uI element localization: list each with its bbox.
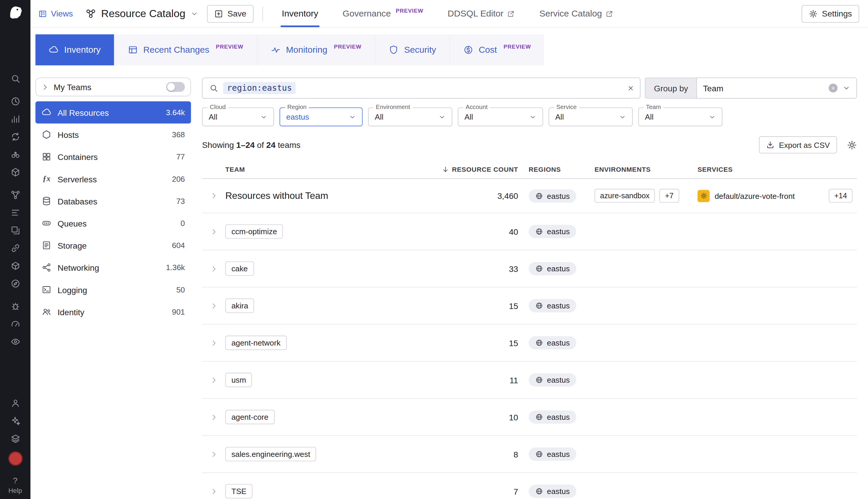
filter-cloud[interactable]: Cloud All — [202, 108, 274, 126]
chevron-down-icon[interactable] — [529, 113, 536, 120]
network-icon[interactable] — [9, 188, 22, 202]
packages-icon[interactable] — [9, 259, 22, 272]
sidebar-item-serverless[interactable]: ƒx Serverless 206 — [35, 168, 191, 190]
sidebar-item-containers[interactable]: Containers 77 — [35, 146, 191, 168]
column-header-services[interactable]: SERVICES — [697, 165, 857, 173]
sidebar-item-hosts[interactable]: Hosts 368 — [35, 123, 191, 146]
export-csv-button[interactable]: Export as CSV — [759, 136, 837, 154]
tab-governance[interactable]: Governance PREVIEW — [330, 0, 435, 27]
region-pill[interactable]: eastus — [529, 336, 576, 349]
tab-ddsql-editor[interactable]: DDSQL Editor — [435, 0, 527, 27]
chevron-down-icon[interactable] — [349, 113, 356, 120]
expand-chevron-icon[interactable] — [210, 376, 217, 384]
my-teams-switch[interactable] — [166, 82, 185, 92]
service-name[interactable]: default/azure-vote-front — [715, 192, 795, 200]
filter-region[interactable]: Region eastus — [280, 108, 362, 126]
history-icon[interactable] — [9, 95, 22, 108]
region-pill[interactable]: eastus — [529, 410, 576, 424]
user-avatar[interactable] — [8, 451, 22, 466]
help-label[interactable]: Help — [8, 487, 22, 495]
observability-icon[interactable] — [9, 335, 22, 348]
sidebar-item-logging[interactable]: Logging 50 — [35, 279, 191, 301]
sidebar-item-queues[interactable]: Queues 0 — [35, 212, 191, 234]
subtab-inventory[interactable]: Inventory — [35, 35, 114, 65]
service-management-icon[interactable] — [9, 277, 22, 290]
column-header-regions[interactable]: REGIONS — [519, 165, 595, 173]
team-name[interactable]: Resources without Team — [225, 190, 328, 201]
expand-chevron-icon[interactable] — [210, 265, 217, 272]
datadog-logo[interactable] — [7, 3, 24, 21]
region-pill[interactable]: eastus — [529, 225, 576, 238]
team-pill[interactable]: usm — [225, 373, 252, 387]
sidebar-item-databases[interactable]: Databases 73 — [35, 190, 191, 212]
chevron-down-icon[interactable] — [619, 113, 626, 120]
team-pill[interactable]: ccm-optimize — [225, 224, 283, 239]
my-teams-toggle-row[interactable]: My Teams — [35, 77, 191, 96]
team-pill[interactable]: TSE — [225, 484, 253, 498]
search-query-token[interactable]: region:eastus — [223, 82, 296, 94]
sidebar-item-all-resources[interactable]: All Resources 3.64k — [35, 101, 191, 123]
column-header-resource-count[interactable]: RESOURCE COUNT — [442, 165, 519, 173]
team-pill[interactable]: agent-network — [225, 336, 286, 350]
region-pill[interactable]: eastus — [529, 373, 576, 387]
filter-team[interactable]: Team All — [638, 108, 722, 126]
region-pill[interactable]: eastus — [529, 299, 576, 312]
integrations-icon[interactable] — [9, 242, 22, 255]
help-icon[interactable]: ? — [13, 476, 18, 485]
expand-chevron-icon[interactable] — [210, 228, 217, 235]
column-header-team[interactable]: TEAM — [225, 165, 442, 173]
rum-icon[interactable] — [9, 224, 22, 237]
log-streams-icon[interactable] — [9, 206, 22, 219]
subtab-cost[interactable]: Cost PREVIEW — [449, 35, 544, 65]
filter-account[interactable]: Account All — [458, 108, 543, 126]
views-button[interactable]: Views — [38, 9, 73, 18]
region-pill[interactable]: eastus — [529, 262, 576, 275]
synthetics-icon[interactable] — [9, 317, 22, 330]
region-pill[interactable]: eastus — [529, 485, 576, 498]
workflows-icon[interactable] — [9, 397, 22, 410]
sidebar-item-networking[interactable]: Networking 1.36k — [35, 256, 191, 278]
team-pill[interactable]: agent-core — [225, 410, 274, 424]
save-button[interactable]: Save — [207, 5, 253, 22]
subtab-recent-changes[interactable]: Recent Changes PREVIEW — [114, 35, 257, 65]
column-header-environments[interactable]: ENVIRONMENTS — [594, 165, 697, 173]
settings-button[interactable]: Settings — [802, 5, 859, 22]
team-pill[interactable]: akira — [225, 299, 254, 313]
search-input[interactable]: region:eastus × — [202, 77, 641, 98]
subtab-monitoring[interactable]: Monitoring PREVIEW — [257, 35, 375, 65]
tab-service-catalog[interactable]: Service Catalog — [527, 0, 626, 27]
clear-search-button[interactable]: × — [628, 83, 634, 93]
environment-pill[interactable]: azure-sandbox — [594, 189, 655, 203]
bits-ai-icon[interactable] — [9, 414, 22, 427]
team-pill[interactable]: sales.engineering.west — [225, 447, 316, 461]
chevron-down-icon[interactable] — [190, 10, 198, 17]
region-pill[interactable]: eastus — [529, 448, 576, 461]
filter-service[interactable]: Service All — [548, 108, 633, 126]
table-settings-button[interactable] — [847, 140, 857, 150]
chevron-down-icon[interactable] — [260, 113, 267, 120]
expand-chevron-icon[interactable] — [210, 192, 217, 199]
subtab-security[interactable]: Security — [375, 35, 449, 65]
page-title-group[interactable]: Resource Catalog — [85, 7, 198, 20]
search-icon[interactable] — [9, 72, 22, 85]
service-more-pill[interactable]: +14 — [829, 189, 853, 203]
software-catalog-icon[interactable] — [9, 130, 22, 144]
expand-chevron-icon[interactable] — [210, 450, 217, 458]
sidebar-item-identity[interactable]: Identity 901 — [35, 301, 191, 323]
organization-icon[interactable] — [9, 432, 22, 445]
watchdog-icon[interactable] — [9, 148, 22, 161]
chevron-down-icon[interactable] — [843, 84, 850, 92]
team-pill[interactable]: cake — [225, 261, 254, 276]
metrics-icon[interactable] — [9, 112, 22, 126]
infrastructure-icon[interactable] — [9, 166, 22, 179]
environment-more-pill[interactable]: +7 — [659, 189, 679, 203]
tab-inventory[interactable]: Inventory — [270, 0, 330, 27]
chevron-down-icon[interactable] — [709, 113, 716, 120]
chevron-down-icon[interactable] — [438, 113, 446, 120]
chevron-right-icon[interactable] — [41, 83, 49, 90]
expand-chevron-icon[interactable] — [210, 339, 217, 346]
expand-chevron-icon[interactable] — [210, 302, 217, 309]
region-pill[interactable]: eastus — [529, 189, 576, 202]
expand-chevron-icon[interactable] — [210, 413, 217, 421]
filter-environment[interactable]: Environment All — [368, 108, 452, 126]
